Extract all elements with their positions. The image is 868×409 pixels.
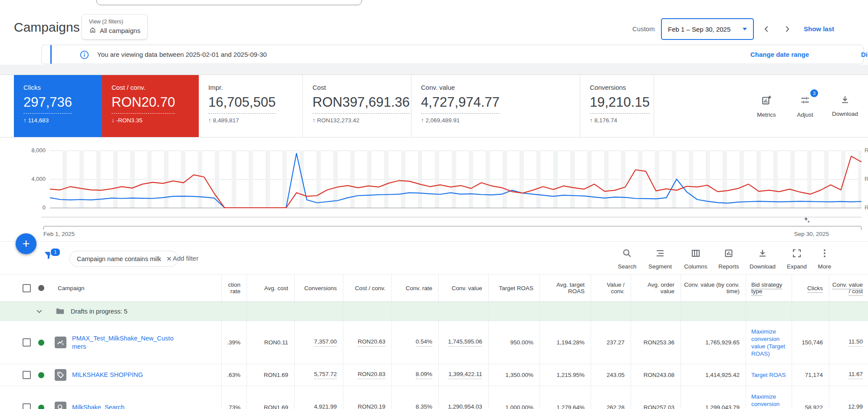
chart-range-slider[interactable] [43, 226, 861, 230]
column-header-avg-target-roas[interactable]: Avg. target ROAS [539, 275, 591, 301]
column-header-conv-value-cost[interactable]: Conv. value / cost [829, 275, 868, 301]
clicks-series-line [50, 154, 861, 208]
date-range-selector[interactable]: Feb 1 – Sep 30, 2025 [661, 18, 754, 40]
sparkle-icon[interactable] [803, 216, 811, 226]
column-header-conv-value-time[interactable]: Conv. value (by conv. time) [681, 275, 746, 301]
change-date-range-link[interactable]: Change date range [750, 51, 809, 58]
cell-bid-strategy[interactable]: Maximize conversion value (Target ROAS) [746, 321, 792, 364]
column-header-campaign[interactable]: Campaign [58, 285, 85, 291]
active-filter-chip[interactable]: Campaign name contains milk ✕ [69, 251, 178, 267]
cell-conversions: 5,757.72 [294, 364, 343, 386]
toolbar-download-button[interactable]: Download [744, 248, 781, 270]
campaign-row: MILKSHAKE SHOPPING.63%RON1.695,757.72RON… [0, 364, 868, 386]
chevron-down-icon[interactable] [35, 307, 44, 316]
cell-bid-strategy[interactable]: Target ROAS [746, 364, 792, 386]
scorecard-conv-value[interactable]: Conv. value4,727,974.77↑ 2,069,489.91 [411, 75, 580, 137]
column-header-bid-strategy[interactable]: Bid strategy type [746, 275, 792, 301]
cell-target-roas: 1,350.00% [488, 364, 539, 386]
cell-interaction-rate: .73% [221, 386, 247, 409]
previous-date-range-button[interactable] [760, 23, 773, 36]
column-header-conv-value[interactable]: Conv. value [438, 275, 488, 301]
section-divider [0, 241, 868, 242]
toolbar-reports-button[interactable]: Reports [710, 248, 747, 270]
row-checkbox[interactable] [23, 338, 31, 347]
scorecard-conversions[interactable]: Conversions19,210.15↑ 8,176.74 [580, 75, 654, 137]
column-header-interaction-rate[interactable]: ction rate [221, 275, 247, 301]
cell-conv-rate: 8.09% [391, 364, 438, 386]
status-enabled-dot[interactable] [38, 372, 44, 378]
cell-conv-value-cost: 11.67 [829, 364, 868, 386]
empty-cell [681, 302, 746, 321]
column-header-conv-rate[interactable]: Conv. rate [391, 275, 438, 301]
column-header-avg-cost[interactable]: Avg. cost [247, 275, 294, 301]
cell-cost-conv: RON20.83 [343, 364, 391, 386]
add-filter-button[interactable]: Add filter [173, 255, 198, 262]
status-enabled-dot[interactable] [38, 340, 44, 346]
filter-funnel-icon[interactable]: 1 [43, 249, 61, 267]
date-info-banner: You are viewing data between 2025-02-01 … [41, 45, 864, 64]
cell-conv-value: 1,745,595.06 [438, 321, 488, 364]
metrics-button[interactable]: Metrics [749, 95, 784, 118]
scorecard-row: Clicks297,736↑ 114,683Cost / conv.RON20.… [0, 75, 868, 137]
row-checkbox[interactable] [23, 403, 31, 409]
summary-actions: Metrics3AdjustDownload [654, 75, 868, 137]
download-summary-button[interactable]: Download [828, 95, 862, 117]
cell-clicks: 71,174 [792, 364, 829, 386]
status-enabled-dot[interactable] [38, 405, 44, 409]
campaign-name-link[interactable]: MilkShake_Search [72, 403, 178, 409]
scorecard-impr-[interactable]: Impr.16,705,505↑ 8,489,817 [199, 75, 303, 137]
column-header-value-conv[interactable]: Value / conv. [591, 275, 631, 301]
column-header-avg-order-value[interactable]: Avg. order value [631, 275, 681, 301]
scorecard-cost[interactable]: CostRON397,691.36↑ RON132,273.42 [303, 75, 411, 137]
toolbar-more-button[interactable]: More [806, 248, 843, 270]
empty-cell [438, 302, 488, 321]
google-ads-campaigns-page: Campaigns View (2 filters) All campaigns… [0, 0, 868, 409]
scorecard-clicks[interactable]: Clicks297,736↑ 114,683 [14, 75, 102, 137]
scorecard-value: 19,210.15 [590, 95, 654, 114]
dismiss-link[interactable]: Dis [861, 51, 868, 58]
column-header-conversions[interactable]: Conversions [294, 275, 343, 301]
campaign-name-link[interactable]: PMAX_Test_MilkShake_New_Customers [72, 334, 178, 351]
segment-icon [655, 252, 665, 260]
column-header-cost-conv[interactable]: Cost / conv. [343, 275, 391, 301]
scorecard-cost-conv-[interactable]: Cost / conv.RON20.70↓ -RON3.35 [102, 75, 199, 137]
bid-strategy-link[interactable]: Target ROAS [751, 371, 786, 379]
y-axis-tick-right-truncated: R [865, 204, 868, 211]
cell-avg-order-value: RON257.03 [631, 386, 681, 409]
expand-icon [792, 252, 802, 260]
cell-conv-value: 1,399,422.11 [438, 364, 488, 386]
adjust-count-badge: 3 [810, 89, 818, 97]
toolbar-search-button[interactable]: Search [608, 248, 646, 270]
toolbar-segment-button[interactable]: Segment [641, 248, 679, 270]
drafts-group-row[interactable]: Drafts in progress: 5 [0, 302, 868, 321]
select-all-checkbox[interactable] [23, 284, 31, 292]
cell-value-conv: 243.05 [591, 364, 631, 386]
view-filter-chip[interactable]: View (2 filters) All campaigns [82, 14, 148, 39]
adjust-button[interactable]: 3Adjust [788, 95, 822, 118]
campaign-name-link[interactable]: MILKSHAKE SHOPPING [72, 371, 178, 379]
cell-bid-strategy[interactable]: Maximize conversion value (Target ROAS) [746, 386, 792, 409]
remove-filter-icon[interactable]: ✕ [166, 255, 172, 263]
toolbar-columns-button[interactable]: Columns [677, 248, 714, 270]
folder-icon [55, 306, 65, 316]
cell-avg-cost: RON1.69 [247, 364, 294, 386]
cell-conv-value-time: 1,414,925.42 [681, 364, 746, 386]
row-checkbox[interactable] [23, 371, 31, 379]
next-date-range-button[interactable] [781, 23, 793, 36]
scorecard-delta: ↓ -RON3.35 [112, 117, 199, 124]
empty-cell [294, 302, 343, 321]
scorecard-delta: ↑ 114,683 [23, 117, 102, 124]
add-campaign-fab[interactable]: + [16, 233, 36, 254]
show-last-link[interactable]: Show last [804, 25, 834, 33]
column-header-target-roas[interactable]: Target ROAS [488, 275, 539, 301]
scorecard-value: 297,736 [23, 95, 102, 114]
gridline [50, 208, 861, 208]
cell-value-conv: 237.27 [591, 321, 631, 364]
bid-strategy-link[interactable]: Maximize conversion value (Target ROAS) [751, 328, 788, 357]
bid-strategy-link[interactable]: Maximize conversion value (Target ROAS) [751, 393, 788, 409]
empty-cell [488, 302, 539, 321]
background-strip [0, 65, 868, 75]
column-header-clicks[interactable]: Clicks [792, 275, 829, 301]
info-icon [80, 50, 89, 61]
search-box-fragment[interactable] [96, 0, 362, 5]
